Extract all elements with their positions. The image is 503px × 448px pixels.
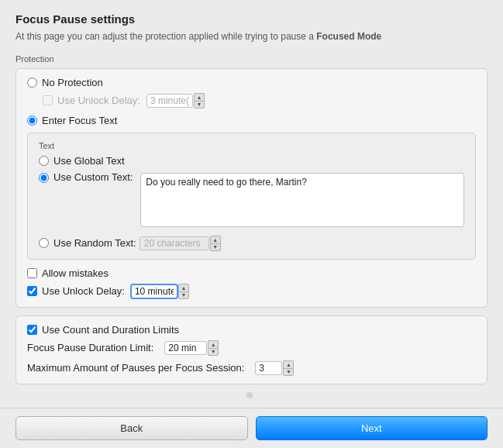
back-button[interactable]: Back <box>16 416 248 440</box>
text-panel-label: Text <box>39 141 464 150</box>
unlock-delay-disabled-arrows: ▲ ▼ <box>194 93 205 109</box>
unlock-down-arrow[interactable]: ▼ <box>178 291 189 299</box>
dot-indicator-row <box>16 392 487 398</box>
duration-limit-row: Focus Pause Duration Limit: ▲ ▼ <box>27 340 476 356</box>
use-unlock-delay-label[interactable]: Use Unlock Delay: <box>42 285 125 297</box>
unlock-delay-disabled-checkbox <box>43 95 53 105</box>
footer: Back Next <box>0 408 503 448</box>
max-down-arrow[interactable]: ▼ <box>283 368 294 376</box>
allow-mistakes-checkbox[interactable] <box>27 268 37 278</box>
use-random-text-row: Use Random Text: ▲ ▼ <box>39 236 464 251</box>
custom-text-input[interactable]: Do you really need to go there, Martin? <box>140 173 464 227</box>
use-custom-text-label[interactable]: Use Custom Text: <box>53 171 133 183</box>
down-arrow-disabled: ▼ <box>194 101 205 109</box>
duration-limit-label: Focus Pause Duration Limit: <box>27 342 153 353</box>
duration-down-arrow[interactable]: ▼ <box>208 348 219 356</box>
duration-limit-arrows[interactable]: ▲ ▼ <box>208 340 219 356</box>
unlock-delay-disabled-label: Use Unlock Delay: <box>57 95 140 106</box>
dot-indicator <box>246 392 253 398</box>
count-duration-label[interactable]: Use Count and Duration Limits <box>42 324 179 336</box>
use-global-text-radio[interactable] <box>39 156 49 166</box>
use-random-text-radio[interactable] <box>39 238 49 248</box>
enter-focus-text-label[interactable]: Enter Focus Text <box>42 115 117 126</box>
random-text-arrows: ▲ ▼ <box>210 236 221 251</box>
use-unlock-delay-checkbox[interactable] <box>27 286 37 296</box>
unlock-up-arrow[interactable]: ▲ <box>178 284 189 291</box>
protection-panel: No Protection Use Unlock Delay: ▲ ▼ Ente… <box>16 68 487 308</box>
duration-up-arrow[interactable]: ▲ <box>208 340 219 348</box>
page-subtitle: At this page you can adjust the protecti… <box>16 30 487 43</box>
custom-text-area-wrapper: Do you really need to go there, Martin? <box>140 171 464 229</box>
count-duration-checkbox-row: Use Count and Duration Limits <box>27 324 476 336</box>
random-down-arrow: ▼ <box>210 243 221 251</box>
text-inner-panel: Text Use Global Text Use Custom Text: Do… <box>27 133 476 260</box>
random-text-input <box>140 236 209 250</box>
next-button[interactable]: Next <box>256 416 488 440</box>
up-arrow-disabled: ▲ <box>194 93 205 101</box>
unlock-delay-disabled-input <box>146 94 193 108</box>
use-unlock-delay-spinner: ▲ ▼ <box>131 284 189 299</box>
duration-limit-spinner: ▲ ▼ <box>164 340 219 356</box>
use-global-text-label[interactable]: Use Global Text <box>53 155 125 167</box>
no-protection-row: No Protection <box>27 77 476 88</box>
protection-label: Protection <box>16 54 487 64</box>
allow-mistakes-row: Allow mistakes <box>27 267 476 279</box>
allow-mistakes-label[interactable]: Allow mistakes <box>42 267 109 279</box>
count-duration-checkbox[interactable] <box>27 325 37 335</box>
enter-focus-text-radio[interactable] <box>27 115 37 126</box>
max-pauses-label: Maximum Amount of Pauses per Focus Sessi… <box>27 362 244 374</box>
max-pauses-spinner: ▲ ▼ <box>255 360 294 376</box>
use-global-text-row: Use Global Text <box>39 155 464 167</box>
page-title: Focus Pause settings <box>16 12 487 26</box>
count-duration-panel: Use Count and Duration Limits Focus Paus… <box>16 315 487 384</box>
use-unlock-delay-row: Use Unlock Delay: ▲ ▼ <box>27 284 476 299</box>
no-protection-label[interactable]: No Protection <box>42 77 103 88</box>
max-pauses-arrows[interactable]: ▲ ▼ <box>283 360 294 376</box>
max-pauses-input[interactable] <box>255 361 282 375</box>
duration-limit-input[interactable] <box>164 341 207 355</box>
use-random-text-label[interactable]: Use Random Text: <box>53 237 136 249</box>
use-custom-text-row: Use Custom Text: Do you really need to g… <box>39 171 464 229</box>
use-custom-text-radio[interactable] <box>39 173 49 183</box>
enter-focus-text-row: Enter Focus Text <box>27 115 476 126</box>
no-protection-radio[interactable] <box>27 78 37 88</box>
max-up-arrow[interactable]: ▲ <box>283 360 294 368</box>
random-up-arrow: ▲ <box>210 236 221 243</box>
unlock-delay-disabled-row: Use Unlock Delay: ▲ ▼ <box>43 93 476 109</box>
use-unlock-delay-input[interactable] <box>131 284 177 298</box>
use-unlock-delay-arrows[interactable]: ▲ ▼ <box>178 284 189 299</box>
unlock-delay-disabled-spinner: ▲ ▼ <box>146 93 205 109</box>
max-pauses-row: Maximum Amount of Pauses per Focus Sessi… <box>27 360 476 376</box>
